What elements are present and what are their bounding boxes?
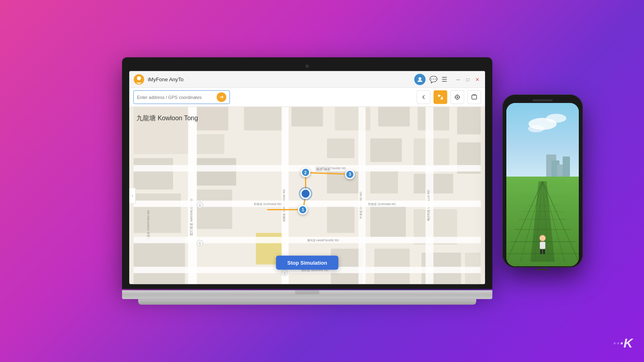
phone-bezel <box>502 95 583 267</box>
svg-rect-28 <box>418 107 449 131</box>
svg-rect-25 <box>291 107 323 127</box>
search-go-button[interactable] <box>217 93 226 102</box>
svg-rect-4 <box>441 98 443 100</box>
svg-rect-22 <box>197 189 232 229</box>
svg-rect-3 <box>438 95 440 97</box>
svg-text:1: 1 <box>199 204 200 207</box>
menu-icon[interactable]: ☰ <box>442 76 447 83</box>
svg-text:澳州道 HAMPSHIRE RD: 澳州道 HAMPSHIRE RD <box>307 239 339 242</box>
target-tool-button[interactable] <box>450 90 464 104</box>
phone-screen <box>506 103 579 266</box>
svg-rect-24 <box>244 107 283 131</box>
search-input[interactable] <box>137 95 214 100</box>
waypoint-3[interactable]: 3 <box>345 169 355 179</box>
laptop-base <box>122 290 492 299</box>
app-logo <box>133 74 144 85</box>
svg-rect-17 <box>134 193 181 233</box>
char-leg-right <box>543 249 545 254</box>
svg-point-8 <box>456 97 458 98</box>
svg-point-1 <box>137 76 141 80</box>
waypoint-1[interactable]: 1 <box>298 205 308 214</box>
svg-rect-18 <box>134 237 185 284</box>
game-cloud-2 <box>546 114 566 123</box>
svg-rect-38 <box>370 206 406 237</box>
laptop: iMyFone AnyTo 💬 ☰ ─ □ ✕ <box>122 58 492 305</box>
char-head <box>539 235 546 241</box>
svg-text:恆昌街 STAFFORD RD: 恆昌街 STAFFORD RD <box>147 210 150 241</box>
svg-rect-44 <box>188 107 197 284</box>
phone-notch <box>533 99 553 101</box>
svg-rect-30 <box>327 138 355 158</box>
app-window: iMyFone AnyTo 💬 ☰ ─ □ ✕ <box>129 71 485 284</box>
game-cloud-3 <box>528 125 544 132</box>
char-leg-left <box>540 249 542 254</box>
toolbar-tools <box>417 90 481 104</box>
svg-rect-31 <box>370 138 402 162</box>
title-bar: iMyFone AnyTo 💬 ☰ ─ □ ✕ <box>129 71 485 88</box>
window-controls: ─ □ ✕ <box>454 76 481 83</box>
svg-text:1: 1 <box>284 272 285 275</box>
watermark: ···K <box>613 336 633 351</box>
svg-text:對衡道 DURHAM RD: 對衡道 DURHAM RD <box>368 202 396 206</box>
svg-rect-27 <box>378 107 410 127</box>
toolbar <box>129 88 485 107</box>
map-area-label: 九龍塘 Kowloon Tong <box>136 114 198 123</box>
stop-simulation-button[interactable]: Stop Simulation <box>276 256 339 270</box>
screenshot-tool-button[interactable] <box>467 90 481 104</box>
game-sky <box>506 103 579 177</box>
minimize-button[interactable]: ─ <box>454 76 462 83</box>
game-character <box>537 235 549 255</box>
svg-text:1: 1 <box>199 242 200 245</box>
phone-container <box>502 95 583 267</box>
svg-rect-55 <box>134 201 481 207</box>
laptop-screen: iMyFone AnyTo 💬 ☰ ─ □ ✕ <box>129 71 485 284</box>
svg-rect-21 <box>197 158 236 186</box>
search-box[interactable] <box>133 90 230 104</box>
title-bar-actions: 💬 ☰ ─ □ ✕ <box>414 74 481 85</box>
game-ground <box>506 177 579 266</box>
phone-home-indicator <box>537 269 549 270</box>
waypoint-current[interactable] <box>300 189 311 199</box>
sidebar-toggle[interactable]: › <box>129 187 136 204</box>
svg-text:32.5: 32.5 <box>316 168 322 171</box>
laptop-bottom <box>138 299 476 305</box>
svg-rect-20 <box>197 134 225 154</box>
svg-rect-41 <box>374 249 410 284</box>
chat-icon[interactable]: 💬 <box>429 76 438 83</box>
back-tool-button[interactable] <box>417 90 430 104</box>
webcam <box>305 65 309 68</box>
svg-point-2 <box>419 77 421 80</box>
svg-text:對衡道 DURHAM RD: 對衡道 DURHAM RD <box>254 202 281 206</box>
game-building-4 <box>563 156 570 177</box>
laptop-bezel: iMyFone AnyTo 💬 ☰ ─ □ ✕ <box>122 58 492 289</box>
waypoint-2[interactable]: 2 <box>301 168 310 177</box>
map-area[interactable]: 駕打老道 WATERLOO RD 劍橋道 CAMBRIDGE RD 牛津道 OX… <box>129 107 485 284</box>
close-button[interactable]: ✕ <box>474 76 481 83</box>
watermark-dots: ·· <box>613 336 620 350</box>
trackpad <box>295 290 319 294</box>
maximize-button[interactable]: □ <box>464 76 471 83</box>
svg-rect-36 <box>414 174 453 193</box>
svg-rect-13 <box>472 95 477 99</box>
svg-rect-16 <box>134 158 173 189</box>
watermark-letter: ·K <box>620 336 633 350</box>
svg-rect-19 <box>197 107 228 131</box>
svg-rect-35 <box>370 170 398 193</box>
user-avatar[interactable] <box>414 74 425 85</box>
app-title: iMyFone AnyTo <box>148 76 414 82</box>
svg-text:34.8: 34.8 <box>324 168 330 171</box>
route-tool-button[interactable] <box>433 90 447 104</box>
svg-rect-29 <box>457 107 481 135</box>
char-legs <box>540 249 545 254</box>
game-building-3 <box>557 165 563 177</box>
char-body <box>540 242 545 249</box>
svg-rect-37 <box>327 206 355 233</box>
